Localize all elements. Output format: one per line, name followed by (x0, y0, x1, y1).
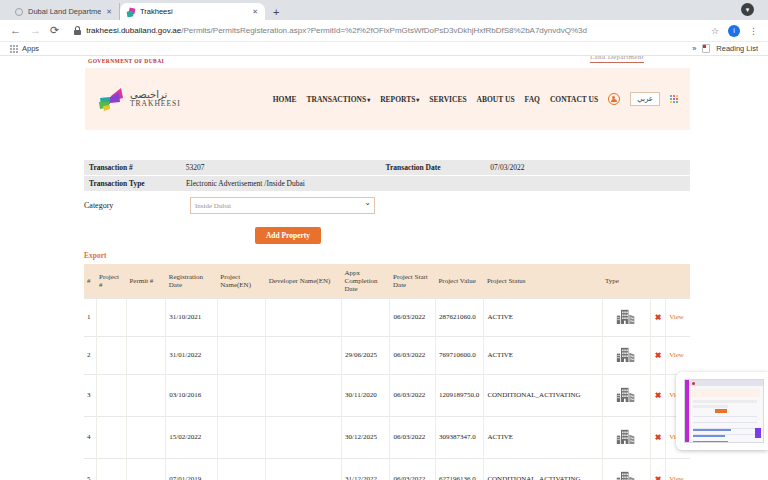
cell-completion-date: 31/12/2022 (342, 458, 390, 480)
cell-project-name (217, 336, 265, 374)
transaction-info: Transaction # 53207 Transaction Date 07/… (84, 160, 690, 191)
trakheesi-logo[interactable]: تراخيصي TRAKHEESI (97, 86, 181, 112)
new-tab-button[interactable]: + (273, 6, 279, 18)
cell-index: 1 (84, 298, 96, 336)
dld-favicon (15, 8, 23, 16)
delete-icon[interactable]: ✖ (655, 313, 662, 322)
cell-permit-number (126, 458, 165, 480)
nav-transactions[interactable]: TRANSACTIONS▾ (307, 95, 371, 104)
cell-permit-number (126, 416, 165, 458)
apps-label: Apps (22, 44, 39, 53)
cell-project-status: ACTIVE (484, 336, 602, 374)
reading-list-label[interactable]: Reading List (716, 44, 758, 53)
reading-list-icon (702, 44, 710, 53)
table-row: 1 31/10/2021 06/03/2022 287621060.0 ACTI… (84, 298, 690, 336)
chevron-down-icon: ▾ (367, 97, 370, 103)
col-header-project-number: Project # (96, 264, 126, 298)
cell-developer-name (266, 336, 342, 374)
bookmark-star-icon[interactable]: ☆ (711, 26, 719, 36)
col-header-registration-date: Registration Date (166, 264, 218, 298)
cell-project-number (96, 336, 126, 374)
screen-preview-image (684, 379, 764, 443)
address-bar[interactable]: trakheesi.dubailand.gov.ae/Permits/Permi… (68, 23, 702, 39)
cell-completion-date: 30/11/2020 (342, 374, 390, 416)
view-link[interactable]: View (669, 475, 684, 480)
view-link[interactable]: View (669, 313, 684, 321)
col-header-project-value: Project Value (435, 264, 483, 298)
cell-start-date: 06/03/2022 (390, 298, 435, 336)
logo-latin-text: TRAKHEESI (130, 100, 181, 108)
browser-menu-icon[interactable]: ⋮ (749, 26, 758, 36)
tab-close-icon[interactable]: ✕ (106, 8, 112, 16)
chevron-down-icon: ▾ (416, 97, 419, 103)
nav-about-us[interactable]: ABOUT US (477, 95, 515, 104)
cell-view: View (666, 458, 690, 480)
nav-services[interactable]: SERVICES (429, 95, 466, 104)
cell-project-number (96, 458, 126, 480)
buildings-icon (616, 471, 636, 480)
cell-registration-date: 07/01/2019 (166, 458, 218, 480)
transaction-info-row: Transaction Type Electronic Advertisemen… (84, 176, 690, 191)
cell-permit-number (126, 298, 165, 336)
category-select[interactable]: Inside Dubai (190, 197, 375, 214)
cell-registration-date: 03/10/2016 (166, 374, 218, 416)
site-header: تراخيصي TRAKHEESI HOME TRANSACTIONS▾ REP… (85, 68, 690, 130)
export-link[interactable]: Export (84, 251, 107, 260)
cell-developer-name (266, 416, 342, 458)
cell-completion-date: 29/06/2025 (342, 336, 390, 374)
cell-project-status: CONDITIONAL_ACTIVATING (484, 458, 602, 480)
cell-delete: ✖ (651, 416, 666, 458)
cell-developer-name (266, 374, 342, 416)
buildings-icon (616, 309, 636, 324)
delete-icon[interactable]: ✖ (655, 351, 662, 360)
col-header-developer-name: Developer Name(EN) (266, 264, 342, 298)
user-icon[interactable] (608, 93, 620, 105)
tab-dubai-land-department[interactable]: Dubai Land Department - ✕ (8, 3, 120, 20)
back-button[interactable]: ← (10, 25, 21, 36)
url-domain: trakheesi.dubailand.gov.ae (86, 26, 181, 35)
services-grid-icon[interactable] (670, 95, 678, 103)
cell-project-value: 287621060.0 (435, 298, 483, 336)
nav-contact-us[interactable]: CONTACT US (550, 95, 598, 104)
land-department-text: Land Department (590, 56, 644, 63)
delete-icon[interactable]: ✖ (655, 391, 662, 400)
category-row: Category Inside Dubai (84, 197, 690, 214)
view-link[interactable]: View (669, 351, 684, 359)
add-property-button[interactable]: Add Property (255, 227, 321, 244)
cell-project-number (96, 416, 126, 458)
transaction-date-label: Transaction Date (386, 163, 491, 172)
cell-completion-date (342, 298, 390, 336)
main-navigation: HOME TRANSACTIONS▾ REPORTS▾ SERVICES ABO… (273, 92, 678, 106)
delete-icon[interactable]: ✖ (655, 475, 662, 480)
cell-delete: ✖ (651, 458, 666, 480)
cell-view: View (666, 336, 690, 374)
cell-project-name (217, 458, 265, 480)
url-text[interactable]: trakheesi.dubailand.gov.ae/Permits/Permi… (86, 26, 696, 35)
tab-strip: Dubai Land Department - ✕ Trakheesi ✕ + … (0, 0, 768, 20)
permits-table: # Project # Permit # Registration Date P… (84, 264, 690, 480)
cell-project-value: 627196136.0 (435, 458, 483, 480)
nav-reports[interactable]: REPORTS▾ (380, 95, 419, 104)
cell-completion-date: 30/12/2025 (342, 416, 390, 458)
tab-close-icon[interactable]: ✕ (252, 8, 258, 16)
tab-trakheesi[interactable]: Trakheesi ✕ (120, 3, 265, 20)
delete-icon[interactable]: ✖ (655, 433, 662, 442)
cell-developer-name (266, 298, 342, 336)
language-toggle-button[interactable]: عربي (630, 92, 660, 106)
col-header-permit-number: Permit # (126, 264, 165, 298)
bookmarks-overflow-chevron[interactable]: » (692, 44, 696, 53)
tab-search-chevron-icon[interactable]: ▾ (741, 3, 754, 16)
cell-project-value: 1209189750.0 (435, 374, 483, 416)
cell-registration-date: 31/01/2022 (166, 336, 218, 374)
reload-button[interactable]: ⟳ (50, 25, 59, 36)
apps-shortcut[interactable]: Apps (10, 44, 39, 53)
nav-faq[interactable]: FAQ (525, 95, 540, 104)
profile-avatar[interactable]: i (728, 25, 740, 37)
nav-home[interactable]: HOME (273, 95, 297, 104)
cell-project-value: 309387347.0 (435, 416, 483, 458)
cell-registration-date: 15/02/2022 (166, 416, 218, 458)
col-header-type: Type (602, 264, 650, 298)
forward-button[interactable]: → (30, 25, 41, 36)
col-header-completion-date: Appx Completion Date (342, 264, 390, 298)
screen-preview-thumbnail[interactable] (676, 372, 768, 450)
